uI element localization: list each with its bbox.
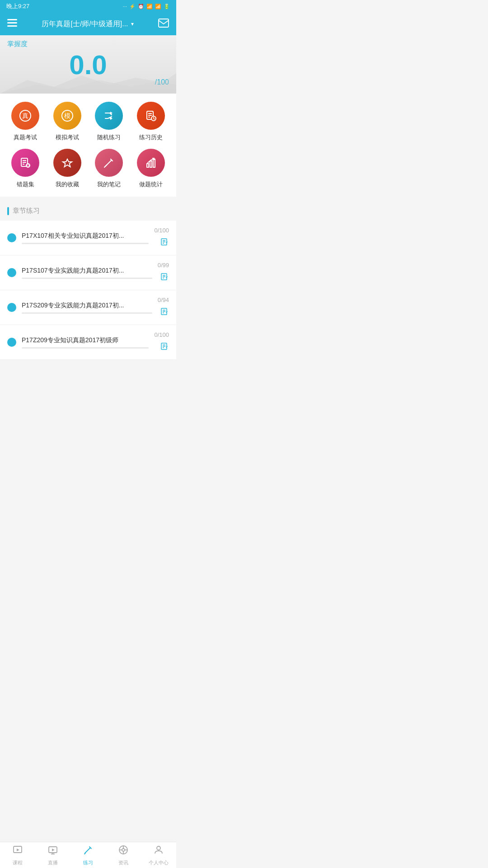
mastery-section: 掌握度 0.0 /100 [0,35,176,94]
svg-rect-2 [7,25,17,27]
svg-text:模: 模 [64,112,70,119]
actions-section: 真 真题考试 模 模拟考试 [0,94,176,197]
practice-history-icon [137,102,165,130]
list-item[interactable]: P17X107相关专业知识真题2017初... 0/100 [0,221,176,255]
action-wrong-set[interactable]: 错题集 [5,149,47,189]
practice-history-label: 练习历史 [139,133,163,142]
header-title-area[interactable]: 历年真题[士/师/中级通用]... ▾ [42,19,133,29]
stats-label: 做题统计 [139,180,163,189]
my-collection-label: 我的收藏 [56,180,79,189]
list-dot [7,303,16,312]
random-practice-icon [95,102,123,130]
list-right: 0/100 [154,331,169,353]
edit-icon[interactable] [160,307,169,318]
svg-rect-0 [7,19,17,20]
wifi-icon: 📶 [155,4,161,9]
list-content: P17S209专业实践能力真题2017初... [22,302,152,314]
mastery-label: 掌握度 [7,40,169,48]
chapter-section-header: 章节练习 [0,201,176,221]
list-content: P17Z209专业知识真题2017初级师 [22,336,149,349]
list-item[interactable]: P17Z209专业知识真题2017初级师 0/100 [0,325,176,360]
alarm-icon: ⏰ [138,4,144,9]
list-count: 0/100 [154,227,169,234]
list-count: 0/94 [158,297,169,303]
list-count: 0/99 [158,262,169,269]
mail-icon[interactable] [158,19,169,30]
list-right: 0/94 [158,297,169,318]
list-dot [7,233,16,242]
list-progress-bar [22,243,149,244]
mock-exam-label: 模拟考试 [56,133,79,142]
list-title: P17S107专业实践能力真题2017初... [22,267,152,275]
dots-icon: ··· [123,4,127,9]
my-collection-icon [53,149,81,177]
list-right: 0/100 [154,227,169,249]
list-item[interactable]: P17S209专业实践能力真题2017初... 0/94 [0,290,176,325]
section-title: 章节练习 [13,207,40,215]
list-progress-bar [22,278,152,279]
status-icons: ··· ⚡ ⏰ 📶 📶 🔋 [123,4,170,9]
action-real-exam[interactable]: 真 真题考试 [5,102,47,142]
app-container: 晚上9:27 ··· ⚡ ⏰ 📶 📶 🔋 历年真题[士/师/中级通用]... ▾ [0,0,176,387]
wrong-set-icon [11,149,39,177]
action-my-collection[interactable]: 我的收藏 [47,149,89,189]
my-notes-icon [95,149,123,177]
chevron-down-icon: ▾ [131,21,134,27]
main-content: 掌握度 0.0 /100 真 真题考试 [0,35,176,387]
svg-text:真: 真 [22,112,28,119]
list-progress-bar [22,312,152,314]
svg-line-28 [104,166,106,167]
action-mock-exam[interactable]: 模 模拟考试 [47,102,89,142]
stats-icon [137,149,165,177]
menu-icon[interactable] [7,19,17,29]
list-item[interactable]: P17S107专业实践能力真题2017初... 0/99 [0,255,176,290]
edit-icon[interactable] [160,342,169,353]
actions-grid: 真 真题考试 模 模拟考试 [5,102,172,189]
action-my-notes[interactable]: 我的笔记 [88,149,130,189]
header-title: 历年真题[士/师/中级通用]... [42,19,128,29]
action-practice-history[interactable]: 练习历史 [130,102,172,142]
real-exam-icon: 真 [11,102,39,130]
list-content: P17S107专业实践能力真题2017初... [22,267,152,279]
action-stats[interactable]: 做题统计 [130,149,172,189]
svg-rect-31 [153,159,155,167]
list-title: P17S209专业实践能力真题2017初... [22,302,152,310]
svg-marker-24 [63,159,72,167]
svg-rect-29 [147,164,149,167]
svg-rect-3 [159,19,169,27]
svg-line-25 [106,160,112,165]
header: 历年真题[士/师/中级通用]... ▾ [0,13,176,35]
bluetooth-icon: ⚡ [129,4,136,9]
status-bar: 晚上9:27 ··· ⚡ ⏰ 📶 📶 🔋 [0,0,176,13]
list-content: P17X107相关专业知识真题2017初... [22,232,149,244]
signal-icon: 📶 [146,4,153,9]
list-right: 0/99 [158,262,169,283]
battery-icon: 🔋 [164,4,170,9]
list-title: P17Z209专业知识真题2017初级师 [22,336,149,344]
wrong-set-label: 错题集 [17,180,34,189]
section-bar [7,207,9,215]
list-dot [7,268,16,277]
svg-rect-1 [7,22,17,24]
list-progress-bar [22,347,149,349]
mock-exam-icon: 模 [53,102,81,130]
list-count: 0/100 [154,331,169,338]
real-exam-label: 真题考试 [14,133,37,142]
svg-rect-30 [150,161,152,167]
status-time: 晚上9:27 [6,2,29,10]
edit-icon[interactable] [160,237,169,249]
my-notes-label: 我的笔记 [97,180,121,189]
list-title: P17X107相关专业知识真题2017初... [22,232,149,240]
action-random-practice[interactable]: 随机练习 [88,102,130,142]
random-practice-label: 随机练习 [97,133,121,142]
list-dot [7,338,16,347]
chapter-list: P17X107相关专业知识真题2017初... 0/100 [0,221,176,360]
edit-icon[interactable] [160,272,169,283]
